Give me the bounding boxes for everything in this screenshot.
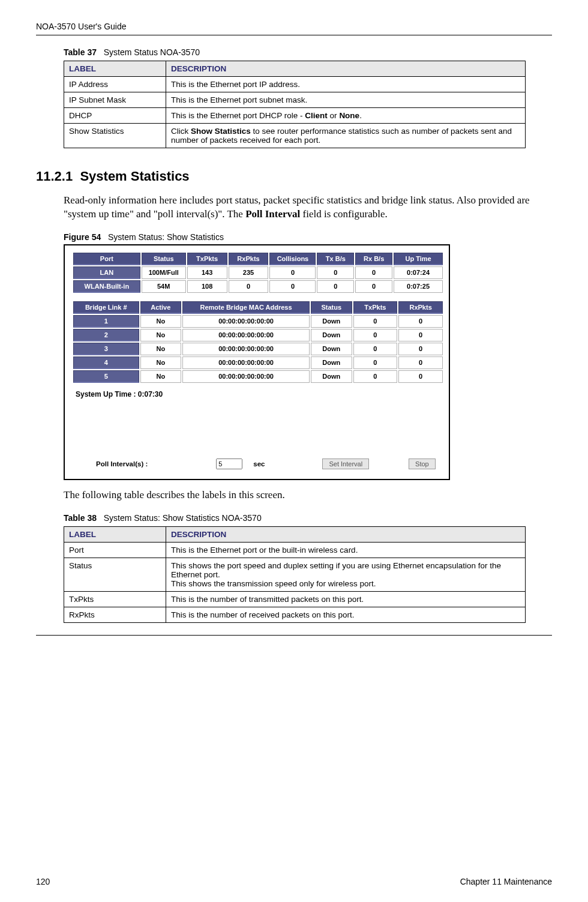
table37-r1-label: IP Subnet Mask: [64, 92, 166, 108]
poll-unit: sec: [253, 460, 265, 468]
ports-r0-status: 100M/Full: [142, 266, 186, 279]
ports-r1-port: WLAN-Built-in: [73, 280, 140, 293]
ports-r0-port: LAN: [73, 266, 140, 279]
table38-r2-label: TxPkts: [64, 591, 166, 607]
ports-r1-up: 0:07:25: [394, 280, 443, 293]
bridge-r2-tx: 0: [353, 343, 398, 355]
table37-header-row: LABEL DESCRIPTION: [64, 61, 526, 77]
footer-rule: [36, 635, 552, 636]
section-heading: 11.2.1 System Statistics: [36, 169, 552, 184]
ports-h-rxbs: Rx B/s: [355, 253, 392, 265]
bridge-h-status: Status: [311, 301, 352, 314]
table-row: LAN 100M/Full 143 235 0 0 0 0:07:24: [73, 266, 443, 279]
table38-r1-label: Status: [64, 558, 166, 591]
text-bold: Show Statistics: [191, 127, 251, 136]
table37-caption-num: Table 37: [64, 47, 97, 57]
bridge-r3-mac: 00:00:00:00:00:00: [182, 356, 310, 369]
bridge-r3-n: 4: [73, 356, 139, 369]
text-bold: Client: [305, 111, 328, 120]
ports-header-row: Port Status TxPkts RxPkts Collisions Tx …: [73, 253, 443, 265]
bridge-r2-rx: 0: [398, 343, 443, 355]
bridge-r1-mac: 00:00:00:00:00:00: [182, 329, 310, 341]
page-footer: 120 Chapter 11 Maintenance: [36, 877, 552, 886]
ports-r0-rxbs: 0: [355, 266, 392, 279]
text-bold: Poll Interval: [245, 208, 300, 220]
table38-col-label: LABEL: [64, 526, 166, 542]
page-number: 120: [36, 877, 50, 886]
ports-r0-txbs: 0: [317, 266, 354, 279]
figure54-caption-text: System Status: Show Statistics: [108, 232, 224, 242]
text: or: [328, 111, 340, 120]
bridge-r2-active: No: [140, 343, 182, 355]
bridge-r4-tx: 0: [353, 370, 398, 383]
table-row: TxPkts This is the number of transmitted…: [64, 591, 526, 607]
bridge-r2-n: 3: [73, 343, 139, 355]
ports-h-col: Collisions: [269, 253, 316, 265]
bridge-r3-active: No: [140, 356, 182, 369]
ports-r1-rx: 0: [229, 280, 269, 293]
ports-table: Port Status TxPkts RxPkts Collisions Tx …: [72, 251, 444, 294]
table38-r3-label: RxPkts: [64, 607, 166, 622]
table37-r3-desc: Click Show Statistics to see router perf…: [166, 124, 526, 148]
text: This is the Ethernet port DHCP role -: [171, 111, 305, 120]
text: This shows the transmission speed only f…: [171, 579, 376, 588]
table-row: Show Statistics Click Show Statistics to…: [64, 124, 526, 148]
table37-r0-label: IP Address: [64, 77, 166, 92]
table37-r3-label: Show Statistics: [64, 124, 166, 148]
ports-h-up: Up Time: [394, 253, 443, 265]
table37-r0-desc: This is the Ethernet port IP address.: [166, 77, 526, 92]
bridge-r0-tx: 0: [353, 315, 398, 328]
table-row: 2 No 00:00:00:00:00:00 Down 0 0: [73, 329, 443, 341]
ports-h-port: Port: [73, 253, 140, 265]
text: Click: [171, 127, 191, 136]
bridge-table: Bridge Link # Active Remote Bridge MAC A…: [72, 300, 444, 384]
table38-caption: Table 38 System Status: Show Statistics …: [64, 513, 552, 523]
table-row: 3 No 00:00:00:00:00:00 Down 0 0: [73, 343, 443, 355]
table38-r0-label: Port: [64, 542, 166, 558]
bridge-r1-rx: 0: [398, 329, 443, 341]
section-paragraph: Read-only information here includes port…: [64, 194, 538, 221]
bridge-r4-status: Down: [311, 370, 352, 383]
bridge-h-mac: Remote Bridge MAC Address: [182, 301, 310, 314]
bridge-r1-active: No: [140, 329, 182, 341]
table37: LABEL DESCRIPTION IP Address This is the…: [64, 61, 526, 148]
table38-header-row: LABEL DESCRIPTION: [64, 526, 526, 542]
bridge-h-tx: TxPkts: [353, 301, 398, 314]
text: This shows the port speed and duplex set…: [171, 561, 501, 579]
table37-r1-desc: This is the Ethernet port subnet mask.: [166, 92, 526, 108]
system-uptime-label: System Up Time :: [76, 390, 136, 398]
text-bold: None: [339, 111, 359, 120]
table-row: DHCP This is the Ethernet port DHCP role…: [64, 108, 526, 124]
table38-r1-desc: This shows the port speed and duplex set…: [166, 558, 526, 591]
figure54-panel: Port Status TxPkts RxPkts Collisions Tx …: [64, 244, 450, 480]
bridge-r0-status: Down: [311, 315, 352, 328]
ports-r1-status: 54M: [142, 280, 186, 293]
table37-r2-desc: This is the Ethernet port DHCP role - Cl…: [166, 108, 526, 124]
figure54-caption-num: Figure 54: [64, 232, 101, 242]
bridge-r1-status: Down: [311, 329, 352, 341]
system-uptime: System Up Time : 0:07:30: [76, 390, 442, 398]
bridge-h-active: Active: [140, 301, 182, 314]
poll-interval-input[interactable]: [216, 459, 242, 469]
table38-caption-text: System Status: Show Statistics NOA-3570: [104, 513, 262, 523]
bridge-r0-n: 1: [73, 315, 139, 328]
stop-button[interactable]: Stop: [409, 459, 436, 469]
bridge-r3-rx: 0: [398, 356, 443, 369]
bridge-h-n: Bridge Link #: [73, 301, 139, 314]
table37-caption: Table 37 System Status NOA-3570: [64, 47, 552, 57]
bridge-h-rx: RxPkts: [398, 301, 443, 314]
ports-r1-tx: 108: [187, 280, 227, 293]
table-row: WLAN-Built-in 54M 108 0 0 0 0 0:07:25: [73, 280, 443, 293]
table38-caption-num: Table 38: [64, 513, 97, 523]
table37-r2-label: DHCP: [64, 108, 166, 124]
ports-h-status: Status: [142, 253, 186, 265]
ports-h-tx: TxPkts: [187, 253, 227, 265]
bridge-r4-active: No: [140, 370, 182, 383]
bridge-r0-active: No: [140, 315, 182, 328]
bridge-header-row: Bridge Link # Active Remote Bridge MAC A…: [73, 301, 443, 314]
poll-row: Poll Interval(s) : sec Set Interval Stop: [96, 459, 442, 469]
table38: LABEL DESCRIPTION Port This is the Ether…: [64, 526, 526, 623]
system-uptime-value: 0:07:30: [138, 390, 163, 398]
table38-r3-desc: This is the number of received packets o…: [166, 607, 526, 622]
set-interval-button[interactable]: Set Interval: [322, 459, 369, 469]
